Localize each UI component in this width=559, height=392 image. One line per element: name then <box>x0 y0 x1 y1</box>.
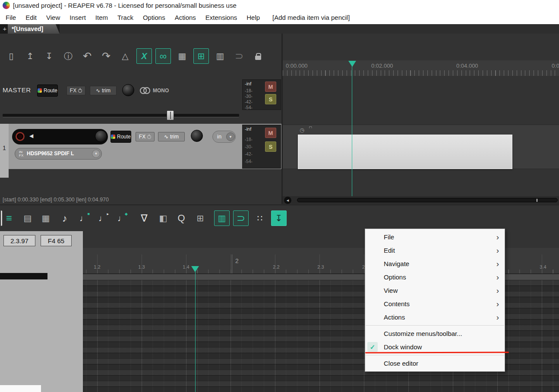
step-input-button[interactable]: ∷ <box>252 210 268 226</box>
event-list-view-button[interactable]: ▦ <box>38 210 54 226</box>
new-project-button[interactable]: ▯ <box>3 48 19 64</box>
record-arm-button[interactable] <box>16 132 25 141</box>
context-menu-item-file[interactable]: File › <box>365 230 505 244</box>
track-width-knob[interactable] <box>191 130 203 142</box>
meter-scale-mark: -42- <box>245 152 253 157</box>
menu-actions[interactable]: Actions <box>170 14 201 21</box>
note-rows-icon: ▤ <box>24 213 32 223</box>
mono-label[interactable]: MONO <box>153 88 169 94</box>
input-fx-badge[interactable]: IN FX HDSP9652 SPDIF L ▼ <box>15 148 102 160</box>
ripple-edit-midi-button[interactable]: ⊞ <box>193 210 208 226</box>
menu-item[interactable]: Item <box>91 14 113 21</box>
auto-crossfade-button[interactable]: X <box>136 48 152 64</box>
menu-extensions[interactable]: Extensions <box>201 14 242 21</box>
menu-track[interactable]: Track <box>113 14 138 21</box>
media-item[interactable] <box>298 135 512 169</box>
track-trim-button[interactable]: ∿ trim <box>158 132 185 141</box>
track-fx-button[interactable]: FX <box>136 132 155 141</box>
meter-db-readout: -inf <box>245 81 251 86</box>
menu-options[interactable]: Options <box>138 14 170 21</box>
fx-label: FX <box>139 134 145 140</box>
dock-editor-button[interactable]: ↧ <box>271 210 287 226</box>
context-menu-item-customize[interactable]: Customize menus/toolbar... <box>365 327 505 340</box>
track-input-selector[interactable]: in ▼ <box>212 131 236 143</box>
context-menu-item-contents[interactable]: Contents › <box>365 297 505 310</box>
snap-midi-button[interactable]: ⊃ <box>233 210 249 226</box>
context-menu-item-close-editor[interactable]: Close editor <box>365 357 505 370</box>
edit-note-button[interactable]: ♩ ▸ <box>95 210 111 226</box>
midi-position-box[interactable]: 2.3.97 <box>3 235 35 246</box>
track-route-button[interactable]: Route <box>111 131 131 143</box>
save-project-button[interactable]: ↧ <box>41 48 57 64</box>
menu-insert[interactable]: Insert <box>65 14 91 21</box>
master-fx-button[interactable]: FX <box>66 86 85 95</box>
submenu-chevron-icon: › <box>496 244 499 257</box>
track-1-lane[interactable]: ◷ <box>283 125 559 169</box>
menu-edit[interactable]: Edit <box>21 14 41 21</box>
lane-clock-icon[interactable]: ◷ <box>300 127 304 133</box>
master-mute-button[interactable]: M <box>265 82 276 92</box>
open-project-button[interactable]: ↥ <box>22 48 38 64</box>
horizontal-scrollbar[interactable] <box>297 198 558 202</box>
view-split-button[interactable]: ◧ <box>155 210 171 226</box>
context-menu-item-edit[interactable]: Edit › <box>365 244 505 257</box>
context-menu-item-actions[interactable]: Actions › <box>365 310 505 324</box>
scrollbar-end-tick[interactable] <box>537 199 537 202</box>
menu-help[interactable]: Help <box>242 14 265 21</box>
project-tab[interactable]: *[Unsaved] <box>8 24 60 34</box>
add-project-tab-button[interactable]: + <box>2 24 8 34</box>
metronome-button[interactable]: △ <box>117 48 133 64</box>
redo-button[interactable]: ↷ <box>98 48 114 64</box>
mouse-context-hint: [Add media item via pencil] <box>272 14 350 21</box>
context-menu-item-view[interactable]: View › <box>365 284 505 297</box>
menu-view[interactable]: View <box>41 14 65 21</box>
snap-toggle-button[interactable]: ⊃ <box>231 48 247 64</box>
master-route-button[interactable]: Route <box>37 85 58 97</box>
track-pan-knob[interactable] <box>95 130 107 142</box>
master-fader-handle[interactable] <box>167 110 174 120</box>
ripple-edit-button[interactable]: ⊞ <box>193 48 209 64</box>
grid-toggle-button[interactable]: ▥ <box>212 48 228 64</box>
power-icon <box>147 135 151 139</box>
context-menu-item-navigate[interactable]: Navigate › <box>365 257 505 270</box>
project-settings-button[interactable]: ⓘ <box>60 48 76 64</box>
input-fx-name: HDSP9652 SPDIF L <box>27 148 74 159</box>
master-pan-knob[interactable] <box>122 84 134 96</box>
menu-item-label: View <box>384 287 398 294</box>
named-note-view-button[interactable]: ▤ <box>20 210 35 226</box>
menu-file[interactable]: File <box>1 14 21 21</box>
note-properties-button[interactable]: ♩ ◆ <box>114 210 129 226</box>
grid-midi-button[interactable]: ▥ <box>214 210 230 226</box>
undo-button[interactable]: ↶ <box>79 48 95 64</box>
track-mute-button[interactable]: M <box>265 128 276 138</box>
piano-roll-view-button[interactable]: ≡ <box>1 210 16 226</box>
note-icon: ♩ <box>79 213 88 223</box>
edit-cursor-handle[interactable] <box>348 61 356 67</box>
event-filter-button[interactable]: ∇ <box>136 210 152 226</box>
zoom-tool-button[interactable]: Q <box>174 210 189 226</box>
master-meter: -inf M S -18- -30- -42- -54- <box>242 79 281 110</box>
speaker-icon[interactable]: ◀ <box>29 133 33 139</box>
notation-view-button[interactable]: ♪ <box>57 210 73 226</box>
media-item-lanes-button[interactable]: ▦ <box>174 48 190 64</box>
arrange-ruler[interactable]: 0:00.000 0:02.000 0:04.000 0:06 <box>283 60 559 76</box>
footsteps-icon: ∷ <box>257 213 263 223</box>
master-trim-button[interactable]: ∿ trim <box>90 86 117 95</box>
midi-edit-cursor-handle[interactable] <box>191 266 199 272</box>
selection-status-text: [start] 0:00.330 [end] 0:05.300 [len] 0:… <box>3 197 109 203</box>
master-solo-button[interactable]: S <box>265 94 276 104</box>
master-volume-fader[interactable] <box>3 114 239 117</box>
item-grouping-button[interactable]: ∞ <box>155 48 171 64</box>
track-solo-button[interactable]: S <box>265 141 276 152</box>
context-menu-item-options[interactable]: Options › <box>365 270 505 284</box>
position-value: 2.3.97 <box>10 237 28 245</box>
scroll-left-button[interactable]: ◀ <box>284 197 291 204</box>
metronome-icon: △ <box>122 51 128 61</box>
infx-dropdown-icon[interactable]: ▼ <box>92 150 100 158</box>
menu-item-label: Close editor <box>384 360 418 367</box>
panel-divider[interactable] <box>281 34 283 204</box>
insert-note-button[interactable]: ♩ ■ <box>76 210 92 226</box>
lock-toggle-button[interactable] <box>250 48 266 64</box>
midi-note-box[interactable]: F4 65 <box>41 235 72 246</box>
stereo-mode-icon[interactable] <box>140 87 149 93</box>
